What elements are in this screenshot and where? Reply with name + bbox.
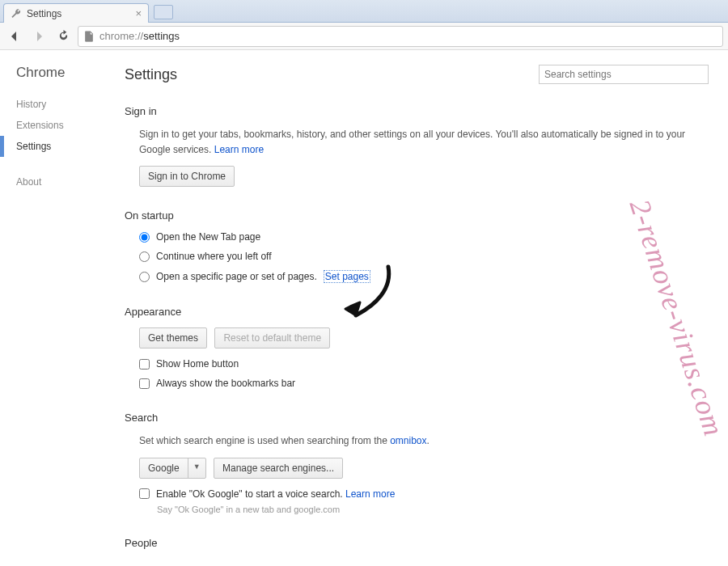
show-home-checkbox-row[interactable]: Show Home button <box>139 358 709 370</box>
manage-search-engines-button[interactable]: Manage search engines... <box>214 458 343 479</box>
section-signin: Sign in Sign in to get your tabs, bookma… <box>125 105 709 187</box>
search-heading: Search <box>125 412 709 424</box>
signin-desc: Sign in to get your tabs, bookmarks, his… <box>139 127 709 158</box>
search-settings-input[interactable] <box>539 65 709 84</box>
tab-strip: Settings × <box>0 0 728 23</box>
startup-option-specific[interactable]: Open a specific page or set of pages. Se… <box>139 270 709 283</box>
section-search: Search Set which search engine is used w… <box>125 412 709 513</box>
ok-google-checkbox[interactable] <box>139 488 150 499</box>
signin-button[interactable]: Sign in to Chrome <box>139 166 235 187</box>
people-heading: People <box>125 537 709 549</box>
section-people: People <box>125 537 709 549</box>
show-home-checkbox[interactable] <box>139 359 150 370</box>
close-icon[interactable]: × <box>135 7 142 19</box>
tab-title: Settings <box>27 8 61 19</box>
ok-google-learn-more-link[interactable]: Learn more <box>345 488 395 500</box>
search-desc: Set which search engine is used when sea… <box>139 433 709 449</box>
get-themes-button[interactable]: Get themes <box>139 327 207 348</box>
sidebar-brand: Chrome <box>16 65 105 81</box>
search-engine-select[interactable]: Google ▼ <box>139 458 206 479</box>
startup-heading: On startup <box>125 209 709 222</box>
chevron-down-icon: ▼ <box>188 458 205 478</box>
new-tab-button[interactable] <box>154 5 173 19</box>
settings-main: Settings Sign in Sign in to get your tab… <box>105 50 728 566</box>
show-bookmarks-checkbox-row[interactable]: Always show the bookmarks bar <box>139 378 709 389</box>
forward-button[interactable] <box>29 27 49 46</box>
sidebar-item-about[interactable]: About <box>16 171 105 192</box>
set-pages-link[interactable]: Set pages <box>324 270 370 283</box>
sidebar: Chrome History Extensions Settings About <box>0 50 105 566</box>
sidebar-item-settings[interactable]: Settings <box>16 136 105 157</box>
address-bar[interactable]: chrome://settings <box>78 26 723 47</box>
appearance-heading: Appearance <box>125 306 709 318</box>
page-title: Settings <box>125 66 177 83</box>
back-button[interactable] <box>5 27 24 46</box>
startup-radio-specific[interactable] <box>139 272 150 282</box>
startup-radio-newtab[interactable] <box>139 232 150 243</box>
browser-tab[interactable]: Settings × <box>3 3 149 23</box>
startup-option-continue[interactable]: Continue where you left off <box>139 251 709 262</box>
signin-heading: Sign in <box>125 105 709 117</box>
page-icon <box>83 31 95 42</box>
reset-theme-button[interactable]: Reset to default theme <box>214 327 330 348</box>
startup-radio-continue[interactable] <box>139 251 150 262</box>
section-startup: On startup Open the New Tab page Continu… <box>125 209 709 283</box>
sidebar-item-history[interactable]: History <box>16 94 105 115</box>
ok-google-checkbox-row[interactable]: Enable "Ok Google" to start a voice sear… <box>139 488 709 500</box>
browser-toolbar: chrome://settings <box>0 23 728 50</box>
sidebar-item-extensions[interactable]: Extensions <box>16 115 105 136</box>
omnibox-link[interactable]: omnibox <box>390 435 426 446</box>
wrench-icon <box>11 8 22 19</box>
ok-google-hint: Say "Ok Google" in a new tab and google.… <box>139 505 709 514</box>
signin-learn-more-link[interactable]: Learn more <box>214 144 264 155</box>
reload-button[interactable] <box>53 27 73 46</box>
startup-option-newtab[interactable]: Open the New Tab page <box>139 231 709 243</box>
url-path: settings <box>143 30 180 42</box>
section-appearance: Appearance Get themes Reset to default t… <box>125 306 709 389</box>
show-bookmarks-checkbox[interactable] <box>139 378 150 389</box>
url-scheme: chrome:// <box>99 30 143 42</box>
